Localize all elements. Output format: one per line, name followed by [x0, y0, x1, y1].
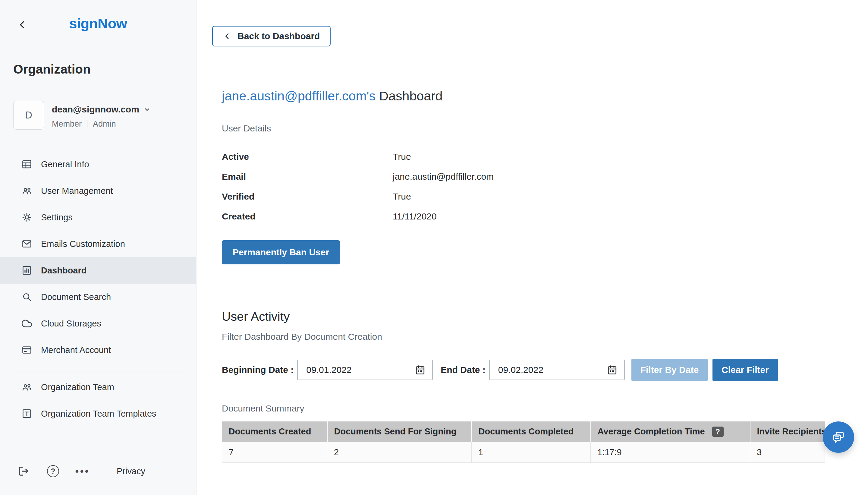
- chevron-down-icon: [143, 106, 151, 113]
- calendar-icon[interactable]: [415, 364, 426, 375]
- table-row: 7 2 1 1:17:9 3: [222, 442, 825, 462]
- table-header-documents-created: Documents Created: [222, 422, 327, 442]
- general-info-icon: [21, 158, 33, 170]
- user-details-heading: User Details: [222, 123, 868, 134]
- back-to-dashboard-button[interactable]: Back to Dashboard: [212, 26, 331, 47]
- page-title: jane.austin@pdffiller.com'sDashboard: [222, 89, 868, 103]
- detail-row-verified: Verified True: [222, 187, 868, 206]
- date-filter-row: Beginning Date : End Date : Filter By Da…: [222, 359, 868, 381]
- table-cell-invite-recipients: 3: [750, 442, 825, 462]
- sidebar-item-emails-customization[interactable]: Emails Customization: [0, 231, 196, 257]
- sidebar-item-label: Organization Team Templates: [41, 409, 156, 419]
- table-cell-average-completion-time: 1:17:9: [591, 442, 750, 462]
- back-chevron-icon[interactable]: [16, 18, 29, 31]
- more-icon[interactable]: •••: [76, 464, 89, 478]
- account-info: dean@signnow.com Member Admin: [52, 101, 151, 129]
- detail-row-active: Active True: [222, 147, 868, 167]
- team-icon: [21, 381, 33, 393]
- main-content: Back to Dashboard jane.austin@pdffiller.…: [196, 0, 868, 495]
- sidebar-divider: [13, 146, 183, 146]
- clear-filter-button[interactable]: Clear Filter: [712, 359, 778, 381]
- sidebar-item-label: General Info: [41, 159, 89, 169]
- detail-row-created: Created 11/11/2020: [222, 206, 868, 226]
- sidebar-item-document-search[interactable]: Document Search: [0, 284, 196, 310]
- chevron-left-icon: [223, 32, 231, 40]
- table-header-label: Average Completion Time: [598, 427, 705, 437]
- filter-by-date-button[interactable]: Filter By Date: [631, 359, 708, 381]
- gear-icon: [21, 211, 33, 223]
- calendar-icon[interactable]: [607, 364, 618, 375]
- back-button-label: Back to Dashboard: [238, 31, 320, 41]
- account-card: D dean@signnow.com Member Admin: [13, 101, 183, 130]
- detail-label: Created: [222, 211, 393, 222]
- beginning-date-field[interactable]: [306, 365, 415, 375]
- account-menu[interactable]: dean@signnow.com: [52, 104, 151, 115]
- document-summary-caption: Document Summary: [222, 403, 868, 414]
- beginning-date-input[interactable]: [297, 360, 433, 380]
- sidebar-item-label: Merchant Account: [41, 345, 111, 355]
- sidebar-item-settings[interactable]: Settings: [0, 204, 196, 231]
- privacy-link[interactable]: Privacy: [117, 466, 145, 476]
- sidebar-secondary-menu: Organization Team Organization Team Temp…: [0, 374, 196, 427]
- sidebar-menu: General Info User Management Settings Em…: [0, 151, 196, 363]
- detail-row-email: Email jane.austin@pdffiller.com: [222, 167, 868, 187]
- document-summary-table: Documents Created Documents Send For Sig…: [222, 422, 825, 463]
- sidebar-item-label: Settings: [41, 212, 73, 222]
- account-roles: Member Admin: [52, 119, 151, 129]
- app-logo[interactable]: signNow: [0, 15, 196, 32]
- detail-value: 11/11/2020: [393, 211, 437, 222]
- user-activity-heading: User Activity: [222, 310, 868, 324]
- sidebar-item-organization-team-templates[interactable]: Organization Team Templates: [0, 400, 196, 427]
- credit-card-icon: [21, 344, 33, 356]
- sidebar-item-dashboard[interactable]: Dashboard: [0, 257, 196, 284]
- sidebar-item-cloud-storages[interactable]: Cloud Storages: [0, 310, 196, 337]
- user-email-link[interactable]: jane.austin@pdffiller.com's: [222, 89, 376, 103]
- template-icon: [21, 408, 33, 419]
- beginning-date-label: Beginning Date :: [222, 365, 294, 375]
- filter-caption: Filter Dashboard By Document Creation: [222, 331, 868, 342]
- account-role-admin: Admin: [93, 119, 116, 129]
- end-date-label: End Date :: [441, 365, 485, 375]
- detail-label: Email: [222, 172, 393, 182]
- sidebar-item-merchant-account[interactable]: Merchant Account: [0, 337, 196, 363]
- chat-fab-button[interactable]: [823, 422, 854, 453]
- detail-label: Active: [222, 152, 393, 162]
- account-email: dean@signnow.com: [52, 104, 139, 115]
- sidebar-item-user-management[interactable]: User Management: [0, 177, 196, 204]
- help-icon[interactable]: ?: [46, 464, 60, 478]
- detail-label: Verified: [222, 191, 393, 202]
- sidebar-item-general-info[interactable]: General Info: [0, 151, 196, 177]
- detail-value: jane.austin@pdffiller.com: [393, 172, 494, 182]
- logout-icon[interactable]: [17, 464, 31, 478]
- avatar: D: [13, 101, 44, 130]
- table-cell-documents-send: 2: [327, 442, 472, 462]
- app-root: signNow Organization D dean@signnow.com …: [0, 0, 868, 495]
- bar-chart-icon: [21, 265, 33, 276]
- help-question-glyph: ?: [47, 465, 59, 477]
- search-icon: [21, 291, 33, 303]
- end-date-input[interactable]: [489, 360, 625, 380]
- table-header-row: Documents Created Documents Send For Sig…: [222, 422, 825, 442]
- sidebar-item-label: Document Search: [41, 292, 111, 302]
- end-date-field[interactable]: [498, 365, 607, 375]
- detail-value: True: [393, 191, 411, 202]
- detail-value: True: [393, 152, 411, 162]
- table-header-average-completion-time: Average Completion Time ?: [591, 422, 750, 442]
- table-header-documents-send: Documents Send For Signing: [327, 422, 472, 442]
- sidebar-item-label: Organization Team: [41, 382, 114, 392]
- table-header-documents-completed: Documents Completed: [472, 422, 591, 442]
- sidebar-item-label: Emails Customization: [41, 239, 125, 249]
- role-separator: [87, 120, 87, 129]
- completion-time-help-icon[interactable]: ?: [712, 427, 724, 437]
- sidebar-item-label: Cloud Storages: [41, 319, 101, 329]
- sidebar: signNow Organization D dean@signnow.com …: [0, 0, 196, 495]
- users-icon: [21, 185, 33, 197]
- user-details-table: Active True Email jane.austin@pdffiller.…: [222, 147, 868, 226]
- table-cell-documents-completed: 1: [472, 442, 591, 462]
- cloud-icon: [21, 318, 33, 329]
- more-dots-glyph: •••: [75, 466, 90, 476]
- sidebar-footer: ? ••• Privacy: [0, 464, 145, 478]
- sidebar-item-organization-team[interactable]: Organization Team: [0, 374, 196, 400]
- permanently-ban-user-button[interactable]: Permanently Ban User: [222, 240, 340, 264]
- sidebar-item-label: User Management: [41, 186, 113, 196]
